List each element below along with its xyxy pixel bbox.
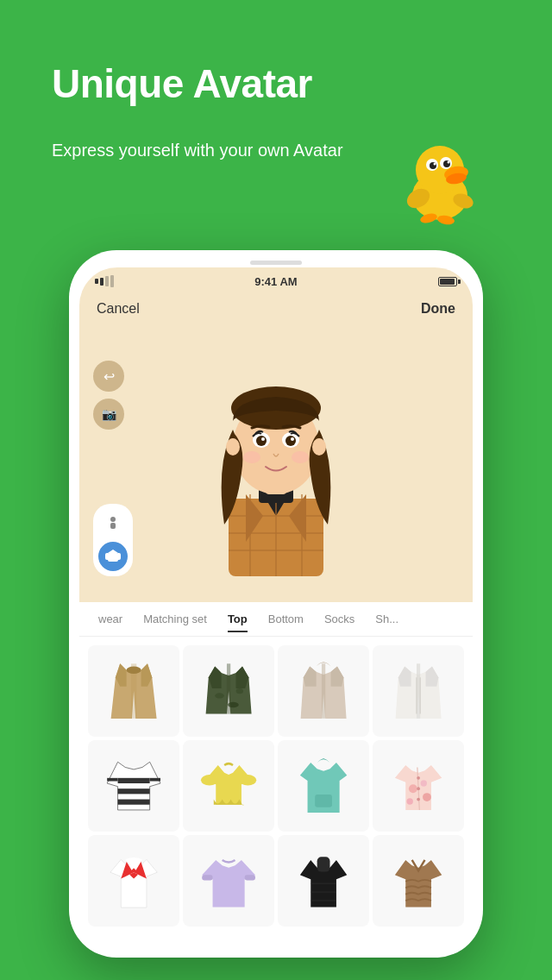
tab-outwear[interactable]: wear xyxy=(88,606,133,632)
tab-matching-set[interactable]: Matching set xyxy=(133,606,217,632)
svg-point-35 xyxy=(256,436,267,446)
signal-indicator xyxy=(95,275,114,287)
svg-rect-70 xyxy=(202,875,212,880)
svg-point-68 xyxy=(417,787,420,790)
cancel-button[interactable]: Cancel xyxy=(97,301,140,317)
svg-rect-19 xyxy=(116,553,121,560)
svg-rect-15 xyxy=(110,523,116,529)
svg-rect-58 xyxy=(150,778,160,782)
avatar-view-pills xyxy=(93,504,133,576)
svg-point-59 xyxy=(201,775,218,785)
svg-point-36 xyxy=(261,437,265,441)
clothing-item-6[interactable] xyxy=(183,740,274,832)
phone-screen: 9:41 AM Cancel Done ↩ 📷 xyxy=(79,267,473,947)
clothing-item-1[interactable] xyxy=(88,645,179,737)
svg-point-60 xyxy=(239,775,256,785)
svg-point-9 xyxy=(448,161,450,164)
svg-rect-55 xyxy=(117,788,149,794)
avatar-character xyxy=(190,335,362,594)
svg-rect-18 xyxy=(105,553,110,560)
camera-button[interactable]: 📷 xyxy=(93,399,124,430)
tab-bottom[interactable]: Bottom xyxy=(258,606,314,632)
signal-bar-2 xyxy=(100,278,104,286)
full-body-view[interactable] xyxy=(98,509,128,538)
svg-point-62 xyxy=(409,784,417,793)
clothing-item-7[interactable] xyxy=(278,740,369,832)
svg-point-6 xyxy=(434,163,436,166)
clothing-item-4[interactable] xyxy=(373,645,464,737)
avatar-preview-area: ↩ 📷 xyxy=(79,326,473,602)
phone-bottom-section: wear Matching set Top Bottom Socks Sh... xyxy=(79,602,473,935)
svg-rect-71 xyxy=(245,875,255,880)
svg-rect-54 xyxy=(117,778,149,783)
signal-bar-1 xyxy=(95,279,98,284)
svg-rect-61 xyxy=(315,795,332,807)
hero-title: Unique Avatar xyxy=(52,60,312,107)
clothing-grid xyxy=(79,637,473,935)
done-button[interactable]: Done xyxy=(421,301,455,317)
svg-point-43 xyxy=(312,438,326,455)
clothing-item-10[interactable] xyxy=(183,835,274,927)
svg-point-39 xyxy=(291,437,294,441)
svg-point-14 xyxy=(110,517,116,522)
status-bar: 9:41 AM xyxy=(79,267,473,292)
clothing-item-11[interactable] xyxy=(278,835,369,927)
svg-marker-17 xyxy=(108,550,118,553)
clothing-item-9[interactable] xyxy=(88,835,179,927)
battery-fill xyxy=(440,279,455,285)
svg-rect-51 xyxy=(417,663,420,719)
svg-point-45 xyxy=(127,666,141,673)
svg-point-63 xyxy=(420,780,426,786)
hero-subtitle: Express yourself with your own Avatar xyxy=(52,138,343,162)
clothing-item-5[interactable] xyxy=(88,740,179,832)
undo-button[interactable]: ↩ xyxy=(93,361,124,392)
phone-notch xyxy=(250,261,302,265)
clothing-item-12[interactable] xyxy=(373,835,464,927)
svg-point-41 xyxy=(292,451,309,463)
clothing-item-8[interactable] xyxy=(373,740,464,832)
side-tools: ↩ 📷 xyxy=(93,361,124,430)
phone-frame: 9:41 AM Cancel Done ↩ 📷 xyxy=(69,250,483,958)
duck-mascot xyxy=(392,134,487,229)
category-tabs: wear Matching set Top Bottom Socks Sh... xyxy=(79,602,473,637)
svg-point-67 xyxy=(417,776,420,780)
app-header: Cancel Done xyxy=(79,292,473,326)
svg-point-48 xyxy=(235,688,242,694)
battery-icon xyxy=(438,277,457,286)
svg-rect-72 xyxy=(317,857,330,871)
svg-point-40 xyxy=(243,451,260,463)
svg-point-69 xyxy=(417,798,420,801)
top-view[interactable] xyxy=(98,542,128,571)
tab-top[interactable]: Top xyxy=(217,606,258,632)
svg-rect-50 xyxy=(322,663,325,719)
svg-point-42 xyxy=(226,438,240,455)
tab-socks[interactable]: Socks xyxy=(314,606,365,632)
clothing-item-3[interactable] xyxy=(278,645,369,737)
svg-rect-49 xyxy=(227,663,230,713)
status-time: 9:41 AM xyxy=(254,275,297,288)
svg-point-65 xyxy=(406,798,412,804)
svg-rect-57 xyxy=(107,778,117,782)
svg-rect-56 xyxy=(117,799,149,804)
clothing-item-2[interactable] xyxy=(183,645,274,737)
svg-point-38 xyxy=(285,436,296,446)
svg-point-46 xyxy=(215,693,224,698)
tab-shoes[interactable]: Sh... xyxy=(365,606,409,632)
svg-point-64 xyxy=(423,793,431,801)
battery-indicator xyxy=(438,277,457,286)
signal-bar-4 xyxy=(110,275,114,287)
signal-bar-3 xyxy=(105,276,109,286)
